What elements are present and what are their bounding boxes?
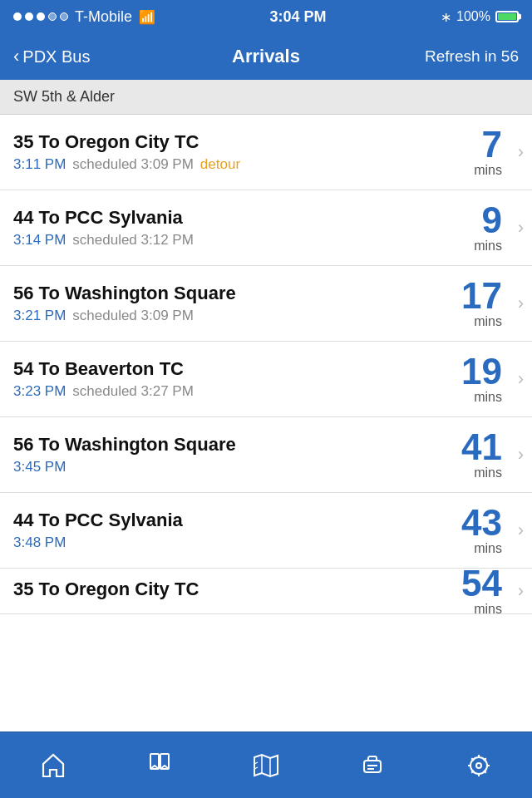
arrival-minutes-1: 9 bbox=[482, 202, 502, 239]
arrival-info-2: 56 To Washington Square 3:21 PM schedule… bbox=[13, 283, 461, 324]
home-icon bbox=[38, 751, 68, 781]
arrival-route-2: 56 To Washington Square bbox=[13, 283, 461, 304]
signal-dot-5 bbox=[60, 12, 68, 21]
arrival-minutes-container-3: 19 mins bbox=[461, 353, 502, 405]
arrival-mins-label-0: mins bbox=[474, 163, 502, 178]
arrival-minutes-container-2: 17 mins bbox=[461, 278, 502, 329]
arrival-info-1: 44 To PCC Sylvania 3:14 PM scheduled 3:1… bbox=[13, 207, 461, 249]
arrivals-list: 35 To Oregon City TC 3:11 PM scheduled 3… bbox=[0, 115, 532, 614]
arrival-times-4: 3:45 PM bbox=[13, 459, 461, 475]
arrival-item-6[interactable]: 35 To Oregon City TC 54 mins › bbox=[0, 569, 532, 614]
tab-bookmarks[interactable] bbox=[126, 751, 193, 781]
arrival-mins-label-6: mins bbox=[474, 602, 502, 614]
arrival-info-4: 56 To Washington Square 3:45 PM bbox=[13, 434, 461, 475]
arrival-detour-0: detour bbox=[200, 156, 240, 173]
arrival-item-0[interactable]: 35 To Oregon City TC 3:11 PM scheduled 3… bbox=[0, 115, 532, 190]
arrival-info-3: 54 To Beaverton TC 3:23 PM scheduled 3:2… bbox=[13, 358, 461, 400]
arrival-predicted-2: 3:21 PM bbox=[13, 308, 66, 324]
battery-icon bbox=[495, 11, 519, 22]
svg-rect-1 bbox=[160, 754, 169, 769]
arrival-info-0: 35 To Oregon City TC 3:11 PM scheduled 3… bbox=[13, 131, 461, 173]
battery-percent: 100% bbox=[456, 9, 490, 24]
tab-map[interactable] bbox=[233, 751, 299, 781]
arrival-scheduled-0: scheduled 3:09 PM bbox=[72, 156, 194, 173]
refresh-label: Refresh in 56 bbox=[411, 47, 519, 66]
wifi-icon: 📶 bbox=[139, 9, 155, 25]
tab-settings[interactable] bbox=[446, 751, 512, 781]
arrival-mins-label-2: mins bbox=[474, 314, 502, 329]
bookmarks-icon bbox=[145, 751, 175, 781]
arrival-minutes-container-1: 9 mins bbox=[461, 202, 502, 254]
arrival-scheduled-1: scheduled 3:12 PM bbox=[72, 232, 194, 249]
arrival-minutes-0: 7 bbox=[482, 126, 502, 163]
arrival-minutes-3: 19 bbox=[461, 353, 502, 390]
bluetooth-icon: ∗ bbox=[441, 9, 451, 25]
arrival-times-5: 3:48 PM bbox=[13, 534, 461, 551]
arrival-minutes-container-4: 41 mins bbox=[461, 429, 502, 480]
back-chevron-icon: ‹ bbox=[13, 46, 19, 67]
arrival-chevron-4: › bbox=[518, 444, 524, 466]
arrival-chevron-6: › bbox=[518, 580, 524, 602]
arrival-times-3: 3:23 PM scheduled 3:27 PM bbox=[13, 383, 461, 400]
status-bar: T-Mobile 📶 3:04 PM ∗ 100% bbox=[0, 0, 532, 33]
arrival-route-3: 54 To Beaverton TC bbox=[13, 358, 461, 380]
status-right: ∗ 100% bbox=[441, 9, 519, 25]
signal-dots bbox=[13, 12, 68, 21]
arrival-scheduled-2: scheduled 3:09 PM bbox=[72, 308, 194, 324]
arrival-mins-label-5: mins bbox=[474, 541, 502, 556]
arrival-chevron-0: › bbox=[518, 141, 524, 163]
carrier-label: T-Mobile bbox=[75, 8, 132, 26]
arrival-chevron-5: › bbox=[518, 520, 524, 541]
arrival-info-5: 44 To PCC Sylvania 3:48 PM bbox=[13, 510, 461, 551]
signal-dot-3 bbox=[37, 12, 45, 21]
arrival-minutes-container-5: 43 mins bbox=[461, 505, 502, 556]
arrival-minutes-2: 17 bbox=[461, 278, 502, 314]
nav-bar: ‹ PDX Bus Arrivals Refresh in 56 bbox=[0, 33, 532, 80]
arrival-mins-label-4: mins bbox=[474, 466, 502, 480]
arrival-chevron-3: › bbox=[518, 368, 524, 390]
arrival-item-3[interactable]: 54 To Beaverton TC 3:23 PM scheduled 3:2… bbox=[0, 342, 532, 417]
arrival-route-1: 44 To PCC Sylvania bbox=[13, 207, 461, 229]
arrival-route-0: 35 To Oregon City TC bbox=[13, 131, 461, 153]
map-icon bbox=[251, 751, 281, 781]
arrival-predicted-3: 3:23 PM bbox=[13, 383, 66, 400]
arrival-times-1: 3:14 PM scheduled 3:12 PM bbox=[13, 232, 461, 249]
arrival-minutes-6: 54 bbox=[461, 569, 502, 602]
arrival-predicted-1: 3:14 PM bbox=[13, 232, 66, 249]
arrival-info-6: 35 To Oregon City TC bbox=[13, 579, 461, 603]
arrival-item-2[interactable]: 56 To Washington Square 3:21 PM schedule… bbox=[0, 266, 532, 342]
stop-header: SW 5th & Alder bbox=[0, 80, 532, 115]
arrival-predicted-5: 3:48 PM bbox=[13, 534, 66, 551]
arrival-times-0: 3:11 PM scheduled 3:09 PM detour bbox=[13, 156, 461, 173]
arrival-minutes-container-0: 7 mins bbox=[461, 126, 502, 178]
svg-rect-0 bbox=[150, 754, 159, 769]
status-left: T-Mobile 📶 bbox=[13, 8, 155, 26]
tab-trip[interactable] bbox=[339, 751, 406, 781]
signal-dot-4 bbox=[48, 12, 57, 21]
arrival-minutes-4: 41 bbox=[461, 429, 502, 466]
signal-dot-1 bbox=[13, 12, 22, 21]
arrival-item-5[interactable]: 44 To PCC Sylvania 3:48 PM 43 mins › bbox=[0, 493, 532, 569]
back-label: PDX Bus bbox=[22, 47, 90, 66]
arrival-route-6: 35 To Oregon City TC bbox=[13, 579, 461, 600]
tab-home[interactable] bbox=[20, 751, 86, 781]
arrival-item-1[interactable]: 44 To PCC Sylvania 3:14 PM scheduled 3:1… bbox=[0, 190, 532, 266]
arrival-route-4: 56 To Washington Square bbox=[13, 434, 461, 456]
arrival-minutes-container-6: 54 mins bbox=[461, 569, 502, 614]
back-button[interactable]: ‹ PDX Bus bbox=[13, 46, 121, 67]
nav-title: Arrivals bbox=[121, 46, 411, 67]
stop-name: SW 5th & Alder bbox=[13, 88, 115, 105]
arrival-route-5: 44 To PCC Sylvania bbox=[13, 510, 461, 531]
settings-icon bbox=[464, 751, 494, 781]
arrival-minutes-5: 43 bbox=[461, 505, 502, 541]
arrival-predicted-4: 3:45 PM bbox=[13, 459, 66, 475]
trip-icon bbox=[357, 751, 387, 781]
arrival-item-4[interactable]: 56 To Washington Square 3:45 PM 41 mins … bbox=[0, 417, 532, 493]
arrival-scheduled-3: scheduled 3:27 PM bbox=[72, 383, 194, 400]
arrival-mins-label-3: mins bbox=[474, 390, 502, 405]
arrival-chevron-1: › bbox=[518, 217, 524, 239]
arrival-mins-label-1: mins bbox=[474, 239, 502, 254]
arrival-predicted-0: 3:11 PM bbox=[13, 156, 66, 173]
tab-bar bbox=[0, 732, 532, 798]
arrival-times-2: 3:21 PM scheduled 3:09 PM bbox=[13, 308, 461, 324]
